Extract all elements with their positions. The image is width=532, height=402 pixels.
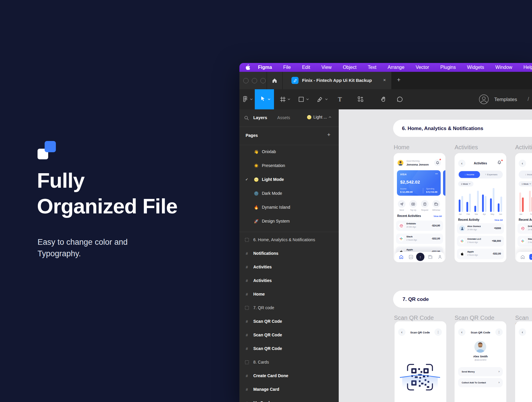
- mockup-scan-qr-screen-2[interactable]: ‹ Scan QR Code ⋮ Alex Smith @alexsmith4 …: [455, 321, 506, 402]
- menu-item-view[interactable]: View: [321, 65, 331, 70]
- nav-stats-active-icon[interactable]: [529, 254, 532, 260]
- page-item-design-system[interactable]: 🚀 Design System: [239, 214, 339, 228]
- page-item-onixlab[interactable]: 👋 Onixlab: [239, 145, 339, 158]
- menu-item-vector[interactable]: Vector: [416, 65, 429, 70]
- page-item-presentation[interactable]: ☀️ Presentation: [239, 159, 339, 172]
- request-button[interactable]: [421, 200, 429, 208]
- range-dropdown[interactable]: 1 Week: [519, 181, 532, 187]
- activity-row-onixlab[interactable]: Onixlab LLC 2 Hours Ago +$6,000: [457, 236, 504, 247]
- menu-item-widgets[interactable]: Widgets: [467, 65, 484, 70]
- income-tab[interactable]: ↓ Income: [519, 171, 532, 178]
- nav-profile-icon[interactable]: [438, 255, 442, 259]
- mockup-activities-screen[interactable]: ‹ Activities ↓ Income ↑ Expenses 1 Week: [455, 153, 506, 262]
- layer-section-cards[interactable]: 8. Cards: [239, 355, 339, 369]
- view-all-link[interactable]: View All: [434, 215, 442, 218]
- section-banner-6[interactable]: 6. Home, Analytics & Notifications: [393, 120, 532, 137]
- nav-wallet-icon[interactable]: [428, 255, 433, 259]
- send-button[interactable]: [398, 200, 406, 208]
- layer-frame-activities-1[interactable]: # Activities: [239, 260, 339, 274]
- activity-row-slack[interactable]: Slack 2 Hours Ago: [518, 236, 532, 247]
- more-button[interactable]: ⋮: [434, 328, 442, 336]
- new-tab-button[interactable]: +: [397, 76, 400, 83]
- layer-frame-my-card[interactable]: # My Card: [239, 396, 339, 402]
- bell-icon[interactable]: [497, 161, 501, 165]
- components-tool-button[interactable]: [353, 89, 370, 109]
- layer-frame-scan-qr-2[interactable]: # Scan QR Code: [239, 328, 339, 342]
- page-item-dynamic-island[interactable]: 🔥 Dynamic Island: [239, 200, 339, 214]
- mockup-scan-qr-screen-3[interactable]: ‹: [515, 321, 532, 402]
- back-button[interactable]: ‹: [519, 328, 526, 336]
- range-dropdown[interactable]: 1 Week: [458, 181, 473, 187]
- add-page-button[interactable]: +: [327, 132, 330, 138]
- nav-home-icon[interactable]: [520, 255, 525, 259]
- frame-label-activities-1[interactable]: Activities: [455, 144, 478, 151]
- layer-section-home-analytics[interactable]: 6. Home, Analytics & Notifications: [239, 233, 339, 247]
- collect-contact-row[interactable]: Collect Add To Contact ›: [458, 378, 503, 387]
- expenses-tab[interactable]: ↑ Expenses: [481, 171, 502, 178]
- frame-label-scan-2[interactable]: Scan QR Code: [455, 315, 494, 321]
- traffic-light-zoom[interactable]: [260, 78, 266, 83]
- view-all-link[interactable]: View All: [494, 219, 503, 221]
- tab-layers[interactable]: Layers: [253, 115, 267, 120]
- menu-item-window[interactable]: Window: [495, 65, 512, 70]
- layer-section-qr-code[interactable]: 7. QR code: [239, 301, 339, 315]
- activity-row-alex-gomez[interactable]: Alex Gomez 24 Min Ago +$300: [457, 223, 504, 234]
- activity-row-apple[interactable]: Apple 2 Hours Ago -$32,00: [457, 249, 504, 259]
- active-tab[interactable]: Finix - Fintech App Ui Kit Backup ✕: [283, 72, 391, 89]
- comment-tool-button[interactable]: [392, 89, 408, 109]
- frame-tool-button[interactable]: [276, 89, 293, 109]
- move-tool-button[interactable]: [255, 89, 274, 109]
- apple-icon[interactable]: [245, 64, 250, 70]
- nav-send-button[interactable]: ↑: [416, 253, 424, 261]
- traffic-light-close[interactable]: [243, 78, 249, 83]
- mockup-activities-expenses-screen[interactable]: ‹ ↓ Income 1 Week JanFeb Recent Activity…: [515, 153, 532, 262]
- pen-tool-button[interactable]: [313, 89, 331, 109]
- search-icon[interactable]: [244, 116, 249, 120]
- shape-tool-button[interactable]: [295, 89, 312, 109]
- menu-item-figma[interactable]: Figma: [258, 65, 272, 70]
- withdraw-button[interactable]: [432, 200, 440, 208]
- menu-item-file[interactable]: File: [283, 65, 291, 70]
- card-more-icon[interactable]: •••: [435, 172, 438, 175]
- nav-home-icon[interactable]: [399, 255, 403, 259]
- tab-close-icon[interactable]: ✕: [383, 78, 386, 82]
- menu-item-arrange[interactable]: Arrange: [387, 65, 404, 70]
- layer-frame-scan-qr-1[interactable]: # Scan QR Code: [239, 315, 339, 328]
- layer-frame-activities-2[interactable]: # Activities: [239, 274, 339, 287]
- more-button[interactable]: ⋮: [495, 328, 503, 336]
- menu-item-text[interactable]: Text: [368, 65, 376, 70]
- page-mode-switcher[interactable]: 🌝 Light ...: [307, 115, 331, 119]
- home-button[interactable]: [267, 72, 283, 89]
- send-money-row[interactable]: Send Money ›: [458, 367, 503, 376]
- traffic-light-minimize[interactable]: [252, 78, 257, 83]
- balance-card[interactable]: VISA ••• $2,542.02 Income $ 12,450.90 Sp…: [397, 170, 441, 196]
- canvas[interactable]: 6. Home, Analytics & Notifications Home …: [339, 109, 532, 402]
- templates-label[interactable]: Templates: [494, 97, 517, 103]
- section-banner-7[interactable]: 7. QR code: [393, 291, 532, 308]
- account-avatar[interactable]: [479, 94, 489, 104]
- menu-item-plugins[interactable]: Plugins: [440, 65, 456, 70]
- frame-label-scan-1[interactable]: Scan QR Code: [394, 315, 434, 321]
- menu-item-edit[interactable]: Edit: [302, 65, 310, 70]
- income-tab[interactable]: ↓ Income: [459, 171, 480, 178]
- menu-item-object[interactable]: Object: [343, 65, 356, 70]
- text-tool-button[interactable]: T: [332, 89, 347, 109]
- mockup-scan-qr-screen-1[interactable]: ‹ Scan QR Code ⋮: [395, 321, 446, 402]
- mockup-home-screen[interactable]: Good Morning Jonsona Jonson VISA ••• $2,…: [394, 153, 445, 262]
- layer-frame-home[interactable]: # Home: [239, 287, 339, 301]
- back-button[interactable]: ‹: [519, 160, 526, 167]
- tab-assets[interactable]: Assets: [277, 115, 290, 120]
- activity-row-dribbble[interactable]: Dribbble 24 Min Ago: [518, 223, 532, 234]
- top-up-button[interactable]: [409, 200, 417, 208]
- hand-tool-button[interactable]: [375, 89, 392, 109]
- menu-item-help[interactable]: Help: [523, 65, 532, 70]
- frame-label-activities-2[interactable]: Activities: [515, 144, 532, 151]
- frame-label-home[interactable]: Home: [394, 144, 409, 151]
- notification-button[interactable]: [434, 159, 441, 166]
- nav-stats-icon[interactable]: [409, 255, 413, 259]
- activity-row-slack[interactable]: Slack 2 Hours Ago -$32,00: [396, 234, 443, 244]
- layer-frame-scan-qr-3[interactable]: # Scan QR Code: [239, 342, 339, 355]
- layer-frame-create-card-done[interactable]: # Create Card Done: [239, 369, 339, 382]
- activity-row-dribbble[interactable]: Dribbble 24 Min Ago -$24,90: [396, 221, 443, 231]
- figma-menu-button[interactable]: [239, 89, 255, 109]
